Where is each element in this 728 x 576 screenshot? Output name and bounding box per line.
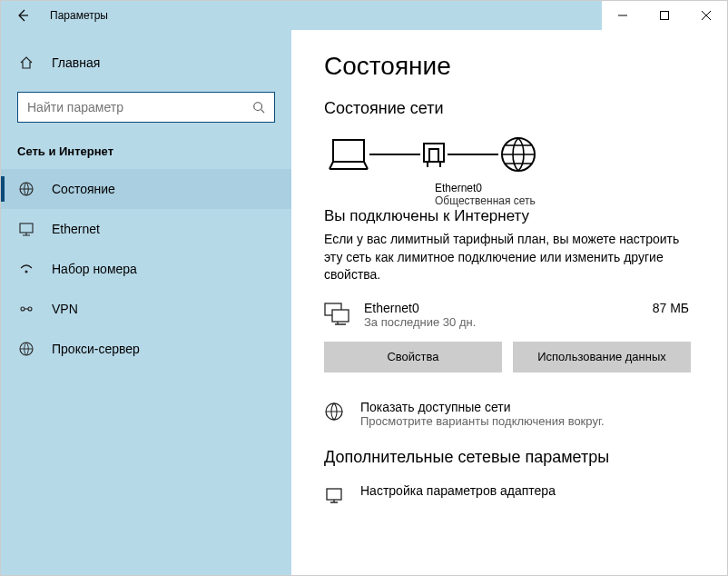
ethernet-icon (17, 221, 35, 237)
maximize-button[interactable] (644, 1, 685, 30)
svg-point-4 (25, 271, 28, 273)
settings-window: Параметры Главная (0, 0, 728, 576)
category-header: Сеть и Интернет (1, 137, 291, 169)
properties-button[interactable]: Свойства (324, 342, 502, 372)
adapter-icon (324, 483, 348, 505)
network-type: Общественная сеть (435, 194, 694, 207)
search-icon (252, 101, 265, 114)
status-heading: Состояние сети (324, 99, 694, 118)
maximize-icon (660, 11, 669, 20)
svg-rect-10 (429, 149, 438, 162)
svg-rect-9 (424, 144, 444, 162)
network-diagram (328, 134, 694, 174)
nav-label: Ethernet (52, 222, 100, 236)
monitor-icon (324, 301, 355, 326)
search-box[interactable] (17, 92, 275, 123)
search-wrap (1, 81, 291, 137)
nav-label: Состояние (52, 182, 115, 196)
minimize-icon (618, 11, 627, 20)
vpn-icon (17, 301, 35, 317)
page-title: Состояние (324, 52, 694, 81)
home-label: Главная (52, 55, 100, 70)
nav-label: Прокси-сервер (52, 342, 140, 356)
connection-row: Ethernet0 За последние 30 дн. 87 МБ (324, 301, 694, 329)
search-input[interactable] (27, 100, 252, 114)
home-icon (17, 55, 35, 70)
nav-item-proxy[interactable]: Прокси-сервер (1, 329, 291, 369)
minimize-button[interactable] (602, 1, 644, 30)
svg-point-6 (28, 307, 32, 311)
adapter-settings-link[interactable]: Настройка параметров адаптера (324, 483, 694, 505)
close-icon (702, 11, 711, 20)
device-icon (328, 136, 369, 173)
nav-item-ethernet[interactable]: Ethernet (1, 209, 291, 249)
svg-rect-8 (333, 140, 364, 162)
data-usage-button[interactable]: Использование данных (513, 342, 691, 372)
svg-rect-13 (332, 310, 349, 322)
svg-rect-0 (661, 12, 669, 20)
nav-item-status[interactable]: Состояние (1, 169, 291, 209)
window-title: Параметры (44, 9, 108, 22)
connected-body: Если у вас лимитный тарифный план, вы мо… (324, 231, 694, 284)
svg-point-1 (254, 103, 262, 111)
globe-small-icon (324, 400, 348, 422)
nav-label: VPN (52, 302, 78, 316)
connection-period: За последние 30 дн. (364, 315, 653, 329)
svg-rect-3 (20, 223, 33, 233)
link-title: Показать доступные сети (360, 400, 605, 414)
connection-name: Ethernet0 (364, 301, 653, 315)
nav-label: Набор номера (52, 262, 137, 276)
titlebar: Параметры (1, 1, 727, 30)
dialup-icon (17, 261, 35, 277)
adapter-link-title: Настройка параметров адаптера (360, 483, 556, 498)
globe-icon (498, 134, 538, 174)
proxy-icon (17, 341, 35, 357)
svg-rect-15 (327, 489, 341, 500)
status-icon (17, 181, 35, 197)
content: Состояние Состояние сети Ethernet0 Общес… (291, 30, 727, 575)
button-row: Свойства Использование данных (324, 342, 694, 372)
svg-point-5 (21, 307, 25, 311)
advanced-heading: Дополнительные сетевые параметры (324, 448, 694, 467)
link-desc: Просмотрите варианты подключения вокруг. (360, 414, 605, 428)
close-button[interactable] (685, 1, 727, 30)
window-body: Главная Сеть и Интернет Состояние (1, 30, 727, 575)
arrow-left-icon (15, 8, 30, 23)
nav-item-dialup[interactable]: Набор номера (1, 249, 291, 289)
sidebar: Главная Сеть и Интернет Состояние (1, 30, 291, 575)
available-networks-link[interactable]: Показать доступные сети Просмотрите вари… (324, 400, 694, 428)
router-icon (420, 136, 448, 173)
network-name: Ethernet0 (435, 182, 694, 194)
connected-heading: Вы подключены к Интернету (324, 207, 694, 225)
data-usage-value: 87 МБ (653, 301, 694, 315)
nav-item-vpn[interactable]: VPN (1, 289, 291, 329)
network-caption: Ethernet0 Общественная сеть (435, 182, 694, 207)
back-button[interactable] (1, 1, 44, 30)
home-link[interactable]: Главная (1, 45, 291, 81)
